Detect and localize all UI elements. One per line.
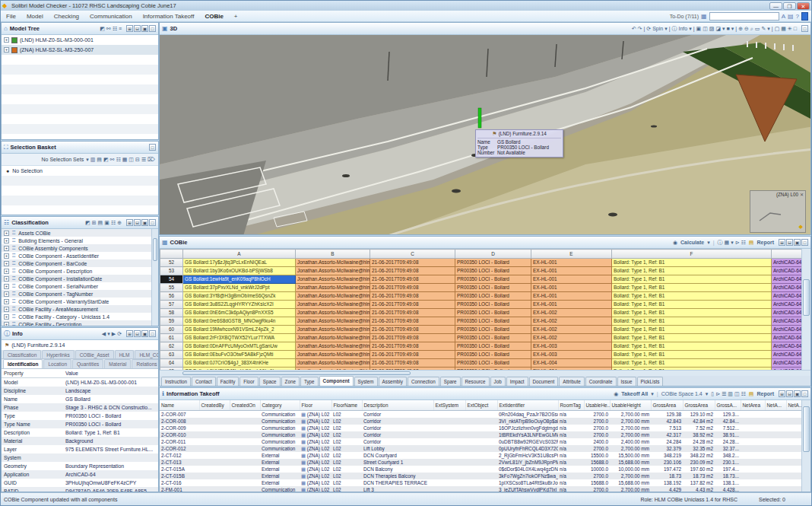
cell-floor[interactable]: (ZNA) L02 <box>300 431 331 438</box>
sheet-row[interactable]: 60 GS Bollard:19MwhcoxN91VSmLZ4pZk_2 Jon… <box>160 326 805 334</box>
cell-floor-name[interactable]: L02 <box>331 418 362 425</box>
cell-ext-system[interactable]: ArchiCAD-64 <box>772 342 805 351</box>
panel-window-button[interactable]: □ <box>149 330 156 337</box>
cell-floor-name[interactable]: L02 <box>331 438 362 445</box>
classification-item[interactable]: + ♖ COBie Component - WarrantyStartDate <box>2 298 158 305</box>
cell-created-on[interactable]: 21-06-2017T09:49:08 <box>370 351 455 359</box>
property-row[interactable]: Description Bollard: Type 1, Ref: B1 <box>2 428 158 437</box>
sheet-tab[interactable]: Space <box>259 377 281 386</box>
sheet-row[interactable]: 53 GS Bollard:1by3Ko6xOUKBd-bPSjWSb8 Jon… <box>160 267 805 275</box>
toolbar-icon[interactable]: ▦ <box>780 26 787 31</box>
cell-floor-name[interactable]: L02 <box>331 431 362 438</box>
info-tab[interactable]: Material <box>104 359 131 368</box>
column-header[interactable]: GrossArea <box>683 400 715 411</box>
report-button[interactable]: Report <box>756 238 775 247</box>
cell-ext-identifier[interactable]: 3kFo7WgZn7lokOFNz$wa_ <box>497 473 558 479</box>
cell-created-by[interactable] <box>199 452 230 459</box>
sheet-row[interactable]: 62 GS Bollard:0DnAFPcUMyoOxMTLgSanUw Jon… <box>160 342 805 351</box>
toolbar-icon[interactable]: ☷ <box>741 391 747 396</box>
cell-type[interactable]: PR00350 LOCI - Bollard <box>455 259 531 267</box>
sheet-tab[interactable]: Attribute <box>559 377 584 386</box>
cell-gross-area-m2[interactable]: 32.35 m2 <box>683 445 715 452</box>
cell-ext-system[interactable] <box>433 438 465 445</box>
cell-gross-area-trunc[interactable]: 348.2... <box>715 452 741 459</box>
cell-ext-object[interactable] <box>465 486 497 492</box>
row-number[interactable]: 64 <box>160 359 183 368</box>
cell-name[interactable]: GS Bollard:37pPxvXLNd_vnkWrJ2dPpt <box>183 284 296 292</box>
cell-net-area[interactable] <box>741 445 765 452</box>
cell-name[interactable]: 2-CT-015A <box>160 466 199 473</box>
cell-floor[interactable]: (ZNA) L02 <box>300 479 331 486</box>
column-header[interactable]: GrossA... <box>715 400 741 411</box>
cell-space[interactable]: EX-HL-003 <box>531 351 612 359</box>
row-number[interactable]: 60 <box>160 326 183 334</box>
row-number[interactable]: 52 <box>160 259 183 267</box>
expand-icon[interactable]: + <box>4 246 9 251</box>
cell-created-by[interactable] <box>199 473 230 479</box>
classification-item[interactable]: + ♖ COBie Component - TagNumber <box>2 290 158 298</box>
manual-icon[interactable]: ▤ <box>788 13 794 20</box>
toolbar-icon[interactable]: ▥ <box>727 391 734 396</box>
corner-cell[interactable] <box>160 250 183 259</box>
maximize-button[interactable]: ❐ <box>783 2 796 10</box>
cell-usable-height-raw[interactable]: 2700.0 <box>584 486 610 492</box>
cell-name[interactable]: 2-FM-001 <box>160 486 199 492</box>
font-size-icon[interactable]: A <box>782 13 785 20</box>
cell-ext-system[interactable]: ArchiCAD-64 <box>772 301 805 309</box>
cell-type[interactable]: PR00350 LOCI - Bollard <box>455 317 531 326</box>
row-number[interactable]: 56 <box>160 292 183 301</box>
info-tab[interactable]: Relations <box>132 359 159 368</box>
column-header[interactable]: C <box>370 250 455 259</box>
cell-description[interactable]: DCN Balcony <box>362 466 433 473</box>
cell-room-tag[interactable]: n/a <box>558 438 584 445</box>
takeoff-row[interactable]: 2-COR-008 Communication (ZNA) L02 L02 Co… <box>160 418 804 425</box>
space-definition-dropdown[interactable]: COBie Space 1.4 <box>661 390 703 399</box>
sheet-tab[interactable]: Document <box>529 377 559 386</box>
toolbar-icon[interactable]: ▤ <box>97 220 104 225</box>
sheet-tab[interactable]: Spare <box>440 377 461 386</box>
cell-usable-height-raw[interactable]: 2700.0 <box>584 473 610 479</box>
cell-usable-height-raw[interactable]: 15688.0 <box>584 479 610 486</box>
cell-floor[interactable]: (ZNA) L02 <box>300 486 331 492</box>
sheet-row[interactable]: 58 GS Bollard:0hE6mC3k6pAQiyn8PnXXS5 Jon… <box>160 309 805 317</box>
column-header[interactable]: NetA... <box>765 400 786 411</box>
sheet-tab[interactable]: Resource <box>462 377 490 386</box>
expand-icon[interactable]: + <box>4 322 9 326</box>
menu-item[interactable]: Communication <box>84 13 138 20</box>
toolbar-icon[interactable]: ▾ <box>106 331 111 336</box>
cell-net-area-2[interactable] <box>765 438 786 445</box>
expand-icon[interactable]: + <box>4 269 9 274</box>
property-row[interactable]: System <box>2 453 158 462</box>
cell-space[interactable]: EX-HL-001 <box>531 292 612 301</box>
cell-gross-area-m2[interactable]: 137.82 m2 <box>683 479 715 486</box>
toolbar-icon[interactable]: ▣ <box>103 220 110 225</box>
cell-usable-height-raw[interactable]: 2700.0 <box>584 431 610 438</box>
cell-description[interactable]: Corridor <box>362 425 433 431</box>
cell-created-by[interactable]: Jonathan.Assorto-McIlwaine@hlma... <box>296 359 370 368</box>
cell-gross-area[interactable]: 18.73 <box>651 473 683 479</box>
cell-created-on[interactable] <box>230 479 260 486</box>
cell-created-on[interactable] <box>230 459 260 466</box>
cell-space[interactable]: EX-HL-002 <box>531 334 612 342</box>
column-header[interactable]: B <box>296 250 370 259</box>
cell-floor-name[interactable]: L02 <box>331 459 362 466</box>
panel-window-button[interactable]: ⊟ <box>134 25 141 32</box>
sheet-tab[interactable]: System <box>354 377 378 386</box>
classification-item[interactable]: + ♖ Building Elements - General <box>2 237 158 244</box>
cell-created-on[interactable]: 21-06-2017T09:49:08 <box>370 309 455 317</box>
cell-created-by[interactable]: Jonathan.Assorto-McIlwaine@hlma... <box>296 351 370 359</box>
cell-net-area[interactable] <box>741 486 765 492</box>
cell-name[interactable]: 2-COR-007 <box>160 411 199 418</box>
toolbar-icon[interactable]: ⓘ <box>717 240 724 245</box>
cell-created-on[interactable] <box>230 452 260 459</box>
cell-created-by[interactable]: Jonathan.Assorto-McIlwaine@hlma... <box>296 259 370 267</box>
cell-created-by[interactable]: Jonathan.Assorto-McIlwaine@hlma... <box>296 326 370 334</box>
cell-gross-area-trunc[interactable]: 4.428... <box>715 486 741 492</box>
property-row[interactable]: BATID D94787AD-AF46-30E9-E48F-A8F5... <box>2 487 158 492</box>
panel-window-button[interactable]: ⊞ <box>126 219 133 226</box>
cell-gross-area-trunc[interactable]: 32.37... <box>715 445 741 452</box>
cell-gross-area[interactable]: 32.379 <box>651 445 683 452</box>
property-row[interactable]: Material Background <box>2 437 158 445</box>
cell-floor-name[interactable]: L02 <box>331 486 362 492</box>
panel-window-button[interactable]: ▣ <box>794 239 801 246</box>
